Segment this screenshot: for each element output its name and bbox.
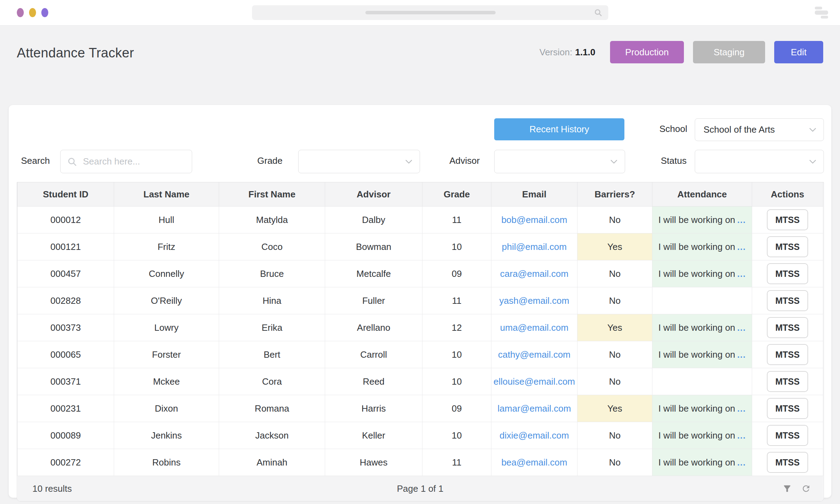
cell-last-name: Fritz [114,233,219,260]
window-dot[interactable] [17,8,24,17]
mtss-button[interactable]: MTSS [767,425,808,446]
pagination-status: Page 1 of 1 [18,483,823,494]
app-window: Attendance Tracker Version: 1.1.0 Produc… [0,0,840,504]
cell-grade: 09 [422,395,491,422]
cell-actions: MTSS [752,287,823,314]
cell-last-name: Jenkins [114,422,219,449]
column-header: Last Name [114,182,219,206]
cell-advisor: Keller [325,422,422,449]
cell-email: ellouise@email.com [491,368,578,395]
email-link[interactable]: bea@email.com [501,457,567,468]
cell-barriers: No [578,341,652,368]
email-link[interactable]: phil@email.com [502,241,567,252]
email-link[interactable]: cara@email.com [500,268,568,279]
menu-bars-icon[interactable] [813,6,829,19]
table-row: 000089JenkinsJacksonKeller10dixie@email.… [18,422,823,449]
refresh-icon[interactable] [801,484,811,493]
cell-actions: MTSS [752,449,823,476]
cell-student-id: 000371 [18,368,114,395]
cell-first-name: Hina [219,287,325,314]
cell-attendance: I will be working on... [652,422,752,449]
email-link[interactable]: uma@email.com [500,322,568,333]
cell-advisor: Bowman [325,233,422,260]
advisor-select[interactable] [494,150,625,173]
window-dot[interactable] [41,8,48,17]
cell-student-id: 000231 [18,395,114,422]
mtss-button[interactable]: MTSS [767,452,808,473]
mtss-button[interactable]: MTSS [767,263,808,284]
mtss-button[interactable]: MTSS [767,317,808,338]
cell-grade: 10 [422,422,491,449]
attendance-ellipsis-icon[interactable]: ... [737,215,746,225]
attendance-text: I will be working on [658,349,735,360]
attendance-ellipsis-icon[interactable]: ... [737,242,746,252]
mtss-button[interactable]: MTSS [767,344,808,365]
cell-grade: 11 [422,206,491,233]
cell-first-name: Romana [219,395,325,422]
cell-last-name: Connelly [114,260,219,287]
cell-actions: MTSS [752,395,823,422]
grade-label: Grade [257,155,282,166]
chevron-down-icon [809,159,817,164]
table-footer: 10 results Page 1 of 1 [18,476,823,502]
cell-last-name: Mckee [114,368,219,395]
email-link[interactable]: lamar@email.com [498,403,571,414]
mtss-button[interactable]: MTSS [767,398,808,419]
cell-student-id: 000089 [18,422,114,449]
cell-actions: MTSS [752,368,823,395]
mtss-button[interactable]: MTSS [767,209,808,230]
email-link[interactable]: yash@email.com [499,295,569,306]
env-button-edit[interactable]: Edit [774,41,823,63]
recent-history-button[interactable]: Recent History [494,118,624,140]
cell-advisor: Carroll [325,341,422,368]
menu-bar [821,16,828,19]
email-link[interactable]: cathy@email.com [498,349,570,360]
school-select[interactable]: School of the Arts [695,118,824,141]
grade-select[interactable] [298,150,420,173]
column-header: Barriers? [578,182,652,206]
attendance-ellipsis-icon[interactable]: ... [737,431,746,440]
env-button-production[interactable]: Production [610,41,684,63]
table-row: 000121FritzCocoBowman10phil@email.comYes… [18,233,823,260]
cell-grade: 09 [422,260,491,287]
cell-first-name: Matylda [219,206,325,233]
attendance-ellipsis-icon[interactable]: ... [737,458,746,467]
cell-actions: MTSS [752,314,823,341]
search-input[interactable] [82,156,178,167]
env-button-staging[interactable]: Staging [693,41,765,63]
chevron-down-icon [405,159,413,164]
status-select[interactable] [695,150,824,173]
cell-barriers: Yes [578,395,652,422]
email-link[interactable]: ellouise@email.com [493,376,575,387]
cell-first-name: Jackson [219,422,325,449]
attendance-text: I will be working on [658,403,735,414]
browser-address-bar[interactable] [252,5,608,20]
attendance-text: I will be working on [658,268,735,279]
cell-email: lamar@email.com [491,395,578,422]
email-link[interactable]: dixie@email.com [499,430,569,441]
window-dot[interactable] [29,8,36,17]
cell-last-name: Robins [114,449,219,476]
cell-email: yash@email.com [491,287,578,314]
cell-advisor: Arellano [325,314,422,341]
attendance-ellipsis-icon[interactable]: ... [737,404,746,413]
cell-actions: MTSS [752,422,823,449]
cell-first-name: Bruce [219,260,325,287]
version-label: Version: [539,47,572,58]
filter-icon[interactable] [782,484,792,493]
cell-barriers: No [578,260,652,287]
email-link[interactable]: bob@email.com [501,215,567,225]
attendance-ellipsis-icon[interactable]: ... [737,323,746,332]
mtss-button[interactable]: MTSS [767,371,808,392]
advisor-label: Advisor [449,155,480,166]
cell-actions: MTSS [752,206,823,233]
cell-student-id: 000065 [18,341,114,368]
mtss-button[interactable]: MTSS [767,290,808,311]
cell-barriers: Yes [578,314,652,341]
attendance-text: I will be working on [658,215,735,225]
cell-grade: 10 [422,233,491,260]
attendance-ellipsis-icon[interactable]: ... [737,350,746,359]
mtss-button[interactable]: MTSS [767,236,808,257]
cell-student-id: 000272 [18,449,114,476]
attendance-ellipsis-icon[interactable]: ... [737,269,746,279]
